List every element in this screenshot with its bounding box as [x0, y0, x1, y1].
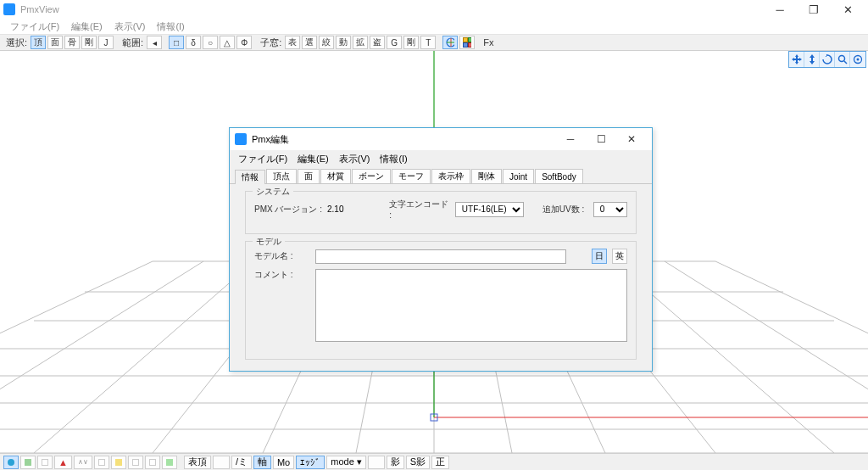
main-menubar: ファイル(F) 編集(E) 表示(V) 情報(I) — [0, 19, 868, 34]
svg-line-17 — [34, 261, 254, 453]
sb-swatch-2[interactable] — [37, 456, 53, 469]
menu-info[interactable]: 情報(I) — [152, 20, 189, 33]
uv-select[interactable]: 0 — [593, 202, 627, 217]
tab-face[interactable]: 面 — [298, 169, 320, 183]
pmx-editor-dialog: Pmx編集 ─ ☐ ✕ ファイル(F) 編集(E) 表示(V) 情報(I) 情報… — [229, 127, 653, 372]
cw-4[interactable]: 拡 — [353, 36, 368, 49]
sb-item-0[interactable]: 表頂 — [184, 456, 211, 469]
sel-rigid[interactable]: 剛 — [81, 36, 97, 49]
sb-swatch-8[interactable] — [145, 456, 160, 469]
encode-select[interactable]: UTF-16(LE) — [455, 202, 524, 217]
svg-rect-5 — [464, 43, 468, 48]
menu-edit[interactable]: 編集(E) — [66, 20, 108, 33]
shape-delta[interactable]: δ — [186, 36, 201, 49]
cw-5[interactable]: 盗 — [370, 36, 385, 49]
dialog-maximize-button[interactable]: ☐ — [586, 128, 616, 150]
sb-swatch-7[interactable] — [128, 456, 143, 469]
app-title: PmxView — [20, 4, 59, 14]
comment-textarea[interactable] — [315, 269, 627, 342]
sb-item-1[interactable] — [213, 456, 230, 469]
menu-file[interactable]: ファイル(F) — [5, 20, 64, 33]
svg-point-31 — [857, 59, 860, 61]
cw-1[interactable]: 選 — [302, 36, 317, 49]
maximize-button[interactable]: ❐ — [797, 0, 831, 19]
sb-swatch-9[interactable] — [162, 456, 177, 469]
cw-0[interactable]: 表 — [285, 36, 300, 49]
dlg-menu-view[interactable]: 表示(V) — [336, 153, 374, 165]
svg-line-16 — [0, 261, 203, 453]
tab-joint[interactable]: Joint — [503, 169, 534, 183]
sb-item-4[interactable]: Mo — [273, 456, 294, 469]
svg-point-28 — [838, 56, 844, 62]
tab-material[interactable]: 材質 — [320, 169, 351, 183]
close-button[interactable]: ✕ — [831, 0, 865, 19]
dialog-tabs: 情報 頂点 面 材質 ボーン モーフ 表示枠 剛体 Joint SoftBody — [230, 167, 652, 184]
sb-shadow[interactable]: 影 — [387, 456, 404, 469]
dialog-app-icon — [235, 133, 247, 145]
shape-rect[interactable]: □ — [169, 36, 184, 49]
dialog-menubar: ファイル(F) 編集(E) 表示(V) 情報(I) — [230, 150, 652, 167]
minimize-button[interactable]: ─ — [763, 0, 797, 19]
model-group: モデル モデル名 : 日 英 コメント : — [245, 241, 637, 360]
cam-rotate[interactable] — [820, 52, 835, 67]
rotate-icon — [822, 54, 832, 64]
sb-swatch-5[interactable] — [94, 456, 109, 469]
menu-view[interactable]: 表示(V) — [109, 20, 151, 33]
cam-updown[interactable] — [804, 52, 820, 67]
cam-move[interactable] — [789, 52, 804, 67]
tab-bone[interactable]: ボーン — [352, 169, 391, 183]
sel-face[interactable]: 面 — [47, 36, 63, 49]
tab-vertex[interactable]: 頂点 — [266, 169, 297, 183]
system-group: システム PMX バージョン : 2.10 文字エンコード : UTF-16(L… — [245, 191, 637, 234]
sel-vertex[interactable]: 頂 — [31, 36, 46, 49]
dialog-minimize-button[interactable]: ─ — [555, 128, 586, 150]
model-name-input[interactable] — [315, 249, 566, 264]
gizmo-b[interactable] — [459, 36, 475, 49]
fx-label[interactable]: Fx — [481, 37, 496, 48]
cam-reset[interactable] — [850, 52, 865, 67]
gizmo-a[interactable] — [442, 36, 458, 49]
sb-swatch-0[interactable] — [3, 456, 19, 469]
sb-sshadow[interactable]: S影 — [406, 456, 430, 469]
shape-phi[interactable]: Φ — [236, 36, 252, 49]
sel-bone[interactable]: 骨 — [64, 36, 80, 49]
sb-swatch-6[interactable] — [111, 456, 126, 469]
shape-circle[interactable]: ○ — [203, 36, 218, 49]
shape-tri[interactable]: △ — [220, 36, 235, 49]
cw-3[interactable]: 動 — [336, 36, 351, 49]
tab-rigid[interactable]: 剛体 — [471, 169, 502, 183]
lang-jp-button[interactable]: 日 — [592, 249, 607, 264]
sb-gap[interactable] — [368, 456, 385, 469]
sb-ortho[interactable]: 正 — [431, 456, 449, 469]
dialog-titlebar[interactable]: Pmx編集 ─ ☐ ✕ — [230, 128, 652, 150]
reset-icon — [853, 54, 863, 64]
cw-7[interactable]: 剛 — [403, 36, 419, 49]
tab-softbody[interactable]: SoftBody — [535, 169, 583, 183]
dlg-menu-edit[interactable]: 編集(E) — [294, 153, 332, 165]
encode-label: 文字エンコード : — [389, 199, 450, 220]
sb-item-5[interactable]: ｴｯｼﾞ — [296, 456, 325, 469]
tab-info[interactable]: 情報 — [235, 170, 265, 184]
sb-item-2[interactable]: /ミ — [231, 456, 252, 469]
dialog-body: システム PMX バージョン : 2.10 文字エンコード : UTF-16(L… — [230, 184, 652, 371]
tab-morph[interactable]: モーフ — [392, 169, 431, 183]
dialog-close-button[interactable]: ✕ — [616, 128, 647, 150]
camera-tools — [788, 51, 866, 68]
cw-6[interactable]: G — [387, 36, 402, 49]
sel-joint[interactable]: J — [98, 36, 114, 49]
dlg-menu-info[interactable]: 情報(I) — [376, 153, 410, 165]
cam-zoom[interactable] — [835, 52, 850, 67]
uv-label: 追加UV数 : — [542, 204, 588, 215]
sb-swatch-4[interactable]: ∧∨ — [74, 456, 92, 469]
sb-mode[interactable]: mode ▾ — [326, 456, 366, 469]
lang-en-button[interactable]: 英 — [612, 249, 627, 264]
app-icon — [3, 3, 15, 15]
tab-frame[interactable]: 表示枠 — [431, 169, 470, 183]
sb-item-3[interactable]: 軸 — [253, 456, 271, 469]
cw-2[interactable]: 絞 — [319, 36, 334, 49]
cw-8[interactable]: T — [420, 36, 436, 49]
range-arrow[interactable]: ◂ — [147, 36, 162, 49]
sb-swatch-3[interactable]: ▲ — [54, 456, 72, 469]
dlg-menu-file[interactable]: ファイル(F) — [235, 153, 291, 165]
sb-swatch-1[interactable] — [20, 456, 36, 469]
